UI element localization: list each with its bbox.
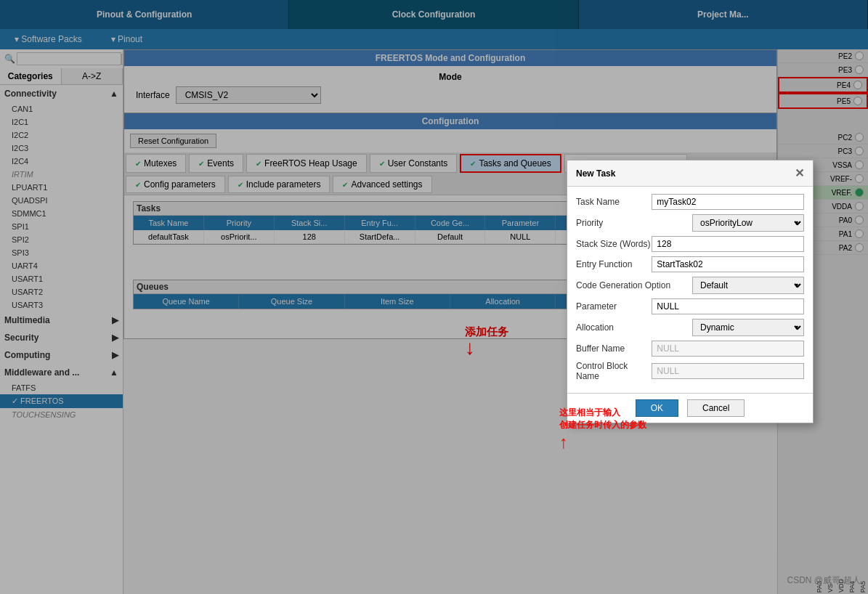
modal-title-bar: New Task ✕ <box>567 160 813 187</box>
modal-overlay: New Task ✕ Task Name Priority osPriority… <box>0 0 868 594</box>
csdn-watermark: CSDN @威哥-超人 <box>787 574 861 587</box>
new-task-modal: New Task ✕ Task Name Priority osPriority… <box>567 160 814 423</box>
modal-select-priority-wrapper: osPriorityLow <box>692 214 804 232</box>
modal-input-task-name[interactable] <box>652 194 804 210</box>
modal-label-entry-func: Entry Function <box>576 259 652 269</box>
modal-row-priority: Priority osPriorityLow <box>576 214 804 232</box>
modal-input-buffer-name[interactable] <box>652 341 804 357</box>
modal-input-stack-size[interactable] <box>652 236 804 252</box>
modal-label-task-name: Task Name <box>576 197 652 207</box>
modal-label-control-block: Control Block Name <box>576 361 652 381</box>
modal-input-parameter[interactable] <box>652 298 804 314</box>
modal-row-code-gen: Code Generation Option Default <box>576 277 804 294</box>
modal-row-buffer-name: Buffer Name <box>576 341 804 357</box>
modal-close-button[interactable]: ✕ <box>795 166 804 180</box>
modal-label-priority: Priority <box>576 218 692 228</box>
modal-select-code-gen[interactable]: Default <box>692 277 804 294</box>
modal-select-code-gen-wrapper: Default <box>692 277 804 294</box>
modal-cancel-button[interactable]: Cancel <box>687 399 745 417</box>
modal-row-stack-size: Stack Size (Words) <box>576 236 804 252</box>
modal-label-code-gen: Code Generation Option <box>576 280 692 290</box>
modal-title-text: New Task <box>576 168 615 179</box>
modal-row-entry-func: Entry Function <box>576 256 804 272</box>
modal-row-control-block: Control Block Name <box>576 361 804 381</box>
modal-ok-button[interactable]: OK <box>636 399 678 417</box>
modal-body: Task Name Priority osPriorityLow Stack S… <box>567 187 813 393</box>
modal-label-stack-size: Stack Size (Words) <box>576 239 652 249</box>
modal-select-allocation[interactable]: Dynamic <box>692 319 804 336</box>
modal-select-allocation-wrapper: Dynamic <box>692 319 804 336</box>
modal-footer: OK Cancel <box>567 393 813 423</box>
modal-label-parameter: Parameter <box>576 301 652 312</box>
modal-input-entry-func[interactable] <box>652 256 804 272</box>
modal-input-control-block[interactable] <box>652 363 804 379</box>
modal-select-priority[interactable]: osPriorityLow <box>692 214 804 232</box>
modal-row-task-name: Task Name <box>576 194 804 210</box>
modal-label-allocation: Allocation <box>576 322 692 333</box>
modal-row-allocation: Allocation Dynamic <box>576 319 804 336</box>
modal-row-parameter: Parameter <box>576 298 804 314</box>
modal-label-buffer-name: Buffer Name <box>576 343 652 354</box>
